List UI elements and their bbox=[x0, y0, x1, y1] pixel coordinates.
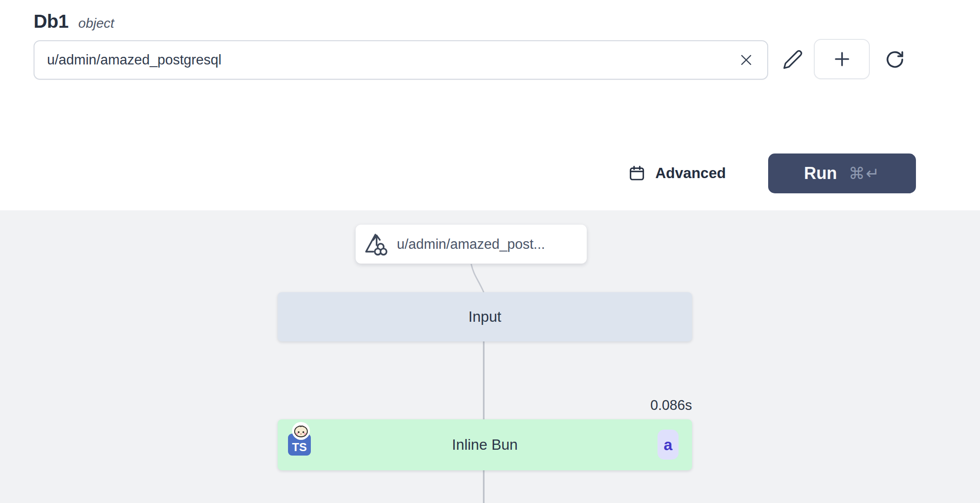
step-duration: 0.086s bbox=[558, 397, 692, 413]
field-type-label: object bbox=[78, 16, 114, 31]
advanced-label: Advanced bbox=[655, 165, 726, 182]
flow-graph-canvas[interactable]: u/admin/amazed_post... Input 0.086s TS bbox=[0, 210, 980, 503]
resource-chip[interactable]: u/admin/amazed_post... bbox=[356, 225, 587, 264]
pencil-icon bbox=[782, 49, 803, 70]
close-icon bbox=[739, 52, 754, 68]
input-node-label: Input bbox=[469, 308, 501, 325]
resource-schema-icon bbox=[363, 231, 389, 257]
field-label-row: Db1 object bbox=[34, 11, 114, 32]
flow-node-inline-bun[interactable]: TS Inline Bun a bbox=[278, 419, 692, 470]
flow-node-input[interactable]: Input bbox=[278, 292, 692, 341]
output-variable-badge[interactable]: a bbox=[658, 430, 679, 460]
edit-resource-button[interactable] bbox=[778, 45, 807, 74]
refresh-resources-button[interactable] bbox=[880, 45, 910, 74]
flow-editor-page: Db1 object bbox=[0, 0, 980, 503]
add-resource-button[interactable] bbox=[814, 39, 870, 79]
run-shortcut-hint: ⌘↵ bbox=[849, 164, 880, 183]
actions-row: Advanced Run ⌘↵ bbox=[0, 153, 980, 194]
calendar-icon bbox=[628, 165, 645, 182]
clear-input-button[interactable] bbox=[736, 50, 756, 70]
resource-path-input[interactable] bbox=[34, 40, 768, 80]
schema-form-section: Db1 object bbox=[0, 0, 980, 210]
resource-input-row bbox=[0, 39, 980, 80]
run-button[interactable]: Run ⌘↵ bbox=[768, 153, 916, 193]
advanced-button[interactable]: Advanced bbox=[628, 153, 726, 193]
run-label: Run bbox=[804, 164, 837, 183]
resource-input-wrap bbox=[34, 40, 768, 80]
bun-icon bbox=[292, 422, 310, 440]
refresh-icon bbox=[885, 50, 905, 69]
plus-icon bbox=[833, 50, 851, 68]
field-title: Db1 bbox=[34, 11, 69, 32]
resource-chip-label: u/admin/amazed_post... bbox=[397, 236, 545, 252]
bun-node-label: Inline Bun bbox=[452, 436, 518, 453]
